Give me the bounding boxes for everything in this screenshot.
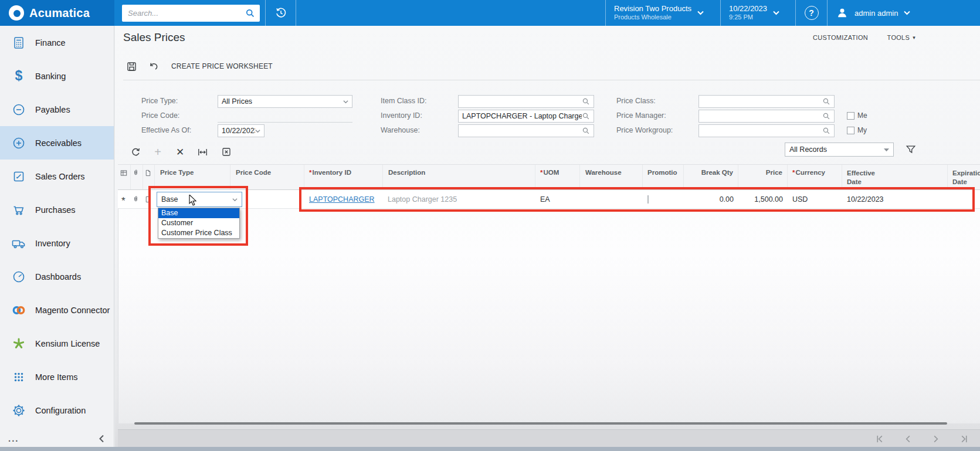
column-header-currency[interactable]: *Currency — [788, 165, 842, 189]
price-code-input[interactable] — [218, 110, 352, 123]
grid-data-row[interactable]: * LAPTOPCHARGER Laptop Charger 1235 EA 0… — [118, 190, 980, 209]
sidebar-item-payables[interactable]: Payables — [0, 93, 114, 126]
sidebar-item-configuration[interactable]: Configuration — [0, 394, 114, 427]
column-header-price-type[interactable]: Price Type — [155, 165, 230, 189]
records-filter-select[interactable]: All Records — [785, 143, 894, 157]
cell-effective-date[interactable]: 10/22/2023 — [842, 195, 948, 204]
company-selector[interactable]: Revision Two Products Products Wholesale — [605, 0, 720, 26]
notes-column-header[interactable] — [143, 165, 155, 189]
column-header-promotional[interactable]: Promotio — [643, 165, 684, 189]
sidebar-item-receivables[interactable]: Receivables — [0, 126, 114, 160]
me-checkbox[interactable] — [847, 112, 854, 120]
sidebar-item-label: Banking — [35, 72, 66, 81]
dropdown-option-customer[interactable]: Customer — [158, 218, 239, 228]
search-box[interactable] — [122, 5, 260, 22]
dropdown-option-base[interactable]: Base — [158, 208, 239, 218]
dropdown-option-customer-price-class[interactable]: Customer Price Class — [158, 228, 239, 238]
price-class-lookup[interactable] — [698, 95, 835, 108]
sidebar-item-label: Kensium License — [35, 339, 100, 348]
cell-inventory-id[interactable]: LAPTOPCHARGER — [304, 195, 383, 204]
user-menu[interactable]: admin admin — [827, 0, 921, 26]
refresh-button[interactable] — [128, 144, 143, 160]
undo-button[interactable] — [145, 59, 162, 74]
add-row-button[interactable]: + — [150, 144, 165, 160]
row-selector-column-header[interactable] — [118, 165, 131, 189]
cell-break-qty[interactable]: 0.00 — [684, 195, 738, 204]
sidebar-item-kensium-license[interactable]: Kensium License — [0, 327, 114, 360]
column-header-effective-date[interactable]: Effective Date — [842, 165, 948, 189]
sidebar-item-more-items[interactable]: More Items — [0, 360, 114, 394]
sidebar-nav: Finance $ Banking Payables Receivables S… — [0, 26, 114, 447]
cell-description[interactable]: Laptop Charger 1235 — [383, 195, 535, 204]
item-class-id-lookup[interactable] — [458, 95, 594, 108]
sidebar-item-dashboards[interactable]: Dashboards — [0, 260, 114, 293]
next-page-button[interactable] — [931, 433, 941, 444]
sidebar-item-banking[interactable]: $ Banking — [0, 59, 114, 93]
sidebar-item-inventory[interactable]: Inventory — [0, 226, 114, 260]
magnifier-icon[interactable] — [582, 127, 590, 135]
magnifier-icon[interactable] — [582, 97, 590, 106]
last-page-button[interactable] — [959, 433, 969, 444]
help-button[interactable]: ? — [795, 0, 827, 26]
business-date: 10/22/2023 — [729, 4, 767, 13]
horizontal-scrollbar[interactable] — [134, 422, 947, 425]
customization-menu[interactable]: CUSTOMIZATION — [813, 34, 868, 41]
cell-price[interactable]: 1,500.00 — [738, 195, 788, 204]
price-code-label: Price Code: — [141, 111, 179, 120]
cell-currency[interactable]: USD — [788, 195, 842, 204]
sidebar-item-sales-orders[interactable]: Sales Orders — [0, 160, 114, 193]
time-machine-button[interactable] — [265, 0, 296, 26]
export-to-excel-button[interactable] — [219, 144, 234, 160]
tools-menu[interactable]: TOOLS ▾ — [887, 34, 915, 41]
magnifier-icon[interactable] — [822, 112, 830, 120]
inventory-id-lookup[interactable]: LAPTOPCHARGER - Laptop Charger — [458, 110, 594, 123]
cell-uom[interactable]: EA — [535, 195, 580, 204]
my-checkbox[interactable] — [847, 127, 854, 134]
price-type-select[interactable]: All Prices — [218, 95, 352, 108]
me-checkbox-label: Me — [857, 111, 867, 120]
caret-down-icon: ▾ — [913, 35, 915, 40]
search-input[interactable] — [127, 8, 245, 18]
fit-to-screen-button[interactable] — [195, 144, 210, 160]
promotional-checkbox[interactable] — [647, 195, 649, 204]
user-avatar-icon — [836, 6, 849, 19]
price-type-cell-editor[interactable]: Base — [157, 192, 242, 207]
effective-as-of-date-select[interactable]: 10/22/2023 — [218, 124, 265, 137]
cell-promotional — [643, 195, 684, 204]
magnifier-icon[interactable] — [822, 127, 830, 135]
save-button[interactable] — [123, 59, 140, 74]
column-header-inventory-id[interactable]: *Inventory ID — [304, 165, 383, 189]
column-header-break-qty[interactable]: Break Qty — [684, 165, 738, 189]
create-price-worksheet-button[interactable]: CREATE PRICE WORKSHEET — [171, 62, 273, 70]
business-date-selector[interactable]: 10/22/2023 9:25 PM — [720, 0, 795, 26]
column-header-warehouse[interactable]: Warehouse — [580, 165, 643, 189]
row-note-icon[interactable] — [143, 195, 155, 204]
sidebar-item-finance[interactable]: Finance — [0, 26, 114, 59]
column-header-expiration-date[interactable]: Expiration Date — [948, 165, 980, 189]
magnifier-icon[interactable] — [822, 97, 830, 106]
inventory-id-link[interactable]: LAPTOPCHARGER — [309, 195, 375, 204]
previous-page-button[interactable] — [903, 433, 913, 444]
warehouse-lookup[interactable] — [458, 124, 594, 137]
row-attachment-icon[interactable] — [131, 195, 143, 204]
attachments-column-header[interactable] — [131, 165, 143, 189]
collapse-sidebar-icon[interactable] — [99, 435, 104, 443]
brand-logo[interactable]: Acumatica — [0, 0, 114, 26]
chevron-down-icon — [343, 100, 348, 104]
first-page-button[interactable] — [874, 433, 885, 444]
sidebar-item-magento-connector[interactable]: Magento Connector — [0, 293, 114, 327]
column-header-description[interactable]: Description — [383, 165, 535, 189]
filter-settings-icon[interactable] — [906, 144, 916, 155]
price-workgroup-lookup[interactable] — [698, 124, 835, 137]
more-options-icon[interactable]: ... — [8, 433, 19, 443]
column-header-price[interactable]: Price — [738, 165, 788, 189]
sidebar-item-purchases[interactable]: Purchases — [0, 193, 114, 226]
magnifier-icon[interactable] — [582, 112, 590, 120]
delete-row-button[interactable]: ✕ — [172, 144, 188, 160]
company-name: Revision Two Products — [614, 4, 691, 13]
search-icon[interactable] — [245, 8, 255, 18]
price-manager-lookup[interactable] — [698, 110, 835, 123]
my-checkbox-group: My — [847, 126, 867, 134]
column-header-uom[interactable]: *UOM — [535, 165, 580, 189]
column-header-price-code[interactable]: Price Code — [230, 165, 304, 189]
